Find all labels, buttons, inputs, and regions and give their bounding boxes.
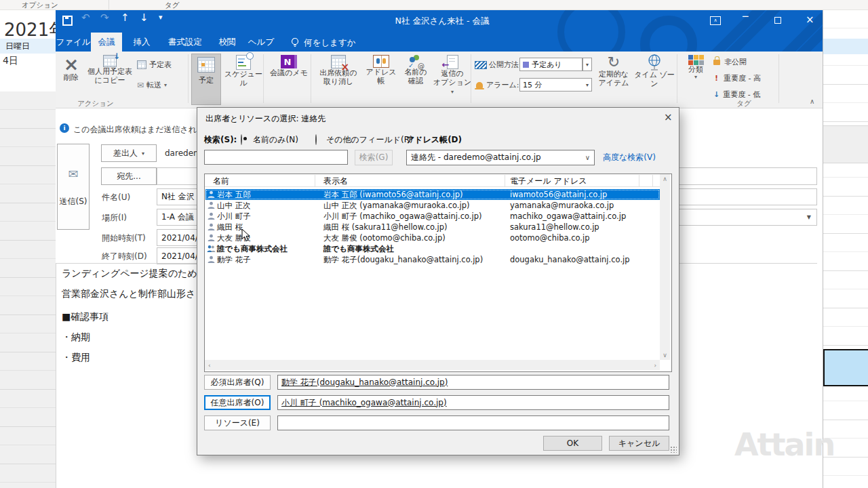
contact-row[interactable]: 小川 町子小川 町子 (machiko_ogawa@attainj.co.jp)… [205, 211, 660, 222]
scheduling-button[interactable]: スケジュール [222, 55, 264, 87]
importance-high-button[interactable]: ! 重要度 - 高 [713, 73, 761, 83]
person-icon [208, 223, 215, 231]
cancel-button[interactable]: キャンセル [609, 436, 669, 451]
meeting-notes-button[interactable]: N 会議のメモ [267, 55, 311, 77]
column-header-display-name[interactable]: 表示名 [323, 176, 348, 187]
lightbulb-icon [290, 37, 300, 48]
scroll-up-icon[interactable]: ∧ [663, 176, 667, 182]
resources-button[interactable]: リソース(E) [204, 415, 271, 430]
from-button[interactable]: 差出人 ▾ [101, 144, 157, 162]
copy-to-personal-calendar-button[interactable]: ↓ 個人用予定表 にコピー [85, 55, 134, 85]
send-button[interactable]: ✉ 送信(S) [57, 144, 90, 230]
tell-me-box[interactable]: 何をしますか [304, 37, 355, 49]
column-header-name[interactable]: 名前 [213, 176, 229, 187]
dialog-close-icon[interactable]: × [664, 111, 673, 123]
ribbon-display-options-icon[interactable]: ∧ [710, 16, 721, 25]
cancel-invitation-button[interactable]: × 出席依頼の 取り消し [315, 55, 362, 86]
show-as-select[interactable]: 予定あり [519, 58, 583, 71]
onenote-icon: N [281, 55, 297, 68]
contact-row[interactable]: 岩本 五郎岩本 五郎 (iwamoto56@attainj.co.jp)iwam… [205, 189, 660, 200]
person-icon [208, 256, 215, 264]
address-book-select[interactable]: 連絡先 - daredemo@attainj.co.jp ∨ [406, 150, 595, 165]
move-down-icon[interactable]: ↓ [140, 12, 149, 24]
importance-low-button[interactable]: ↓ 重要度 - 低 [713, 89, 760, 100]
search-input[interactable] [204, 150, 348, 165]
to-button[interactable]: 宛先... [101, 167, 157, 185]
forward-button[interactable]: ✉ 転送 ▾ [137, 80, 167, 90]
tab-format[interactable]: 書式設定 [161, 33, 209, 52]
reminder-select[interactable]: 15 分 ▾ [519, 78, 592, 92]
scroll-down-icon[interactable]: ∨ [663, 352, 667, 359]
vertical-scrollbar[interactable]: ∧ ∨ [660, 174, 670, 360]
categorize-icon [688, 55, 704, 65]
divider [108, 0, 109, 9]
calendar-small-button[interactable]: 予定表 [137, 60, 172, 70]
appointment-button[interactable]: 予定 [191, 54, 221, 105]
redo-icon[interactable]: ↷ [100, 12, 109, 24]
chevron-down-icon: ▾ [586, 82, 589, 88]
radio-more-columns-label[interactable]: その他のフィールド(R) [326, 134, 413, 146]
tab-meeting[interactable]: 会議 [91, 33, 122, 52]
recurrence-button[interactable]: ↻ 定期的な アイテム [594, 55, 633, 87]
tab-help[interactable]: ヘルプ [245, 33, 277, 52]
exclamation-icon: ! [715, 74, 718, 83]
address-book-button[interactable]: アドレス帳 [362, 55, 400, 85]
calendar-icon [137, 60, 146, 69]
response-options-button[interactable]: ← 返信の オプション ▾ [433, 55, 472, 96]
resize-grip[interactable] [670, 446, 677, 453]
timezone-button[interactable]: タイム ゾーン [633, 54, 675, 88]
undo-icon[interactable]: ↶ [81, 12, 90, 24]
go-button[interactable]: 検索(G) [355, 150, 393, 165]
check-names-button[interactable]: ✓ @ 名前の 確認 [400, 55, 431, 85]
appointment-grid-icon [197, 57, 215, 73]
ok-button[interactable]: OK [543, 436, 602, 451]
group-label-actions: アクション [72, 99, 119, 108]
check-names-icon: ✓ @ [408, 55, 423, 68]
optional-field[interactable]: 小川 町子 (machiko_ogawa@attainj.co.jp) [277, 395, 669, 410]
address-book-icon [373, 55, 389, 68]
contact-row[interactable]: 大友 勝俊大友 勝俊 (ootomo@chiba.co.jp)ootomo@ch… [205, 232, 660, 243]
private-button[interactable]: 非公開 [713, 57, 747, 67]
required-field[interactable]: 動学 花子(dougaku_hanako@attainj.co.jp) [277, 375, 669, 390]
column-header-email[interactable]: 電子メール アドレス [510, 176, 587, 187]
list-header: 名前 表示名 電子メール アドレス [205, 174, 670, 187]
contact-row[interactable]: 動学 花子動学 花子(dougaku_hanako@attainj.co.jp)… [205, 254, 660, 265]
search-label: 検索(S): [204, 134, 237, 146]
radio-name-only-label[interactable]: 名前のみ(N) [253, 134, 298, 146]
horizontal-scrollbar[interactable]: ‹ › [205, 360, 660, 370]
scroll-left-icon[interactable]: ‹ [208, 362, 211, 369]
close-icon[interactable]: × [806, 14, 814, 26]
advanced-find-link[interactable]: 高度な検索(V) [603, 152, 656, 163]
resources-field[interactable] [277, 415, 669, 430]
move-up-icon[interactable]: ↑ [121, 12, 130, 24]
categorize-button[interactable]: 分類 ▾ [681, 55, 711, 80]
contact-row[interactable]: 織田 桜織田 桜 (sakura11@hellow.co.jp)sakura11… [205, 222, 660, 232]
collapse-ribbon-icon[interactable]: ∧ [810, 98, 814, 105]
maximize-icon[interactable] [774, 17, 781, 24]
optional-button[interactable]: 任意出席者(O) [204, 395, 271, 410]
show-as-dropdown-arrow[interactable]: ▾ [583, 58, 592, 71]
radio-name-only[interactable] [241, 134, 242, 145]
scroll-right-icon[interactable]: › [654, 362, 656, 369]
required-button[interactable]: 必須出席者(Q) [204, 375, 271, 390]
start-time-label: 開始時刻(T) [102, 232, 146, 244]
tab-review[interactable]: 校閲 [212, 33, 243, 52]
calendar-day-cell[interactable]: 4日 [3, 55, 18, 67]
radio-more-columns[interactable] [315, 134, 317, 145]
location-label: 場所(I) [102, 212, 127, 224]
calendar-weekday-header[interactable]: 日曜日 [0, 39, 56, 54]
chevron-down-icon[interactable]: ▼ [807, 214, 811, 220]
envelope-forward-icon: ✉ [137, 81, 144, 90]
select-attendees-dialog: 出席者とリソースの選択: 連絡先 × 検索(S): 名前のみ(N) その他のフィ… [197, 107, 679, 455]
tab-insert[interactable]: 挿入 [126, 33, 157, 52]
body-line: 営業部金沢さんと制作部山形さ [62, 288, 195, 300]
window-title: N社 金沢さん来社 - 会議 [340, 16, 544, 27]
tab-file[interactable]: ファイル [56, 33, 91, 52]
contact-row[interactable]: 山中 正次山中 正次 (yamanaka@muraoka.co.jp)yaman… [205, 200, 660, 211]
minimize-icon[interactable]: ─ [743, 11, 748, 22]
contact-row[interactable]: 誰でも商事株式会社誰でも商事株式会社 [205, 243, 660, 254]
customize-qat-icon[interactable]: ▾ [159, 13, 163, 22]
save-icon[interactable] [62, 16, 73, 26]
background-selected-timeslot[interactable] [823, 349, 868, 386]
delete-button[interactable]: × 削除 [57, 55, 85, 82]
